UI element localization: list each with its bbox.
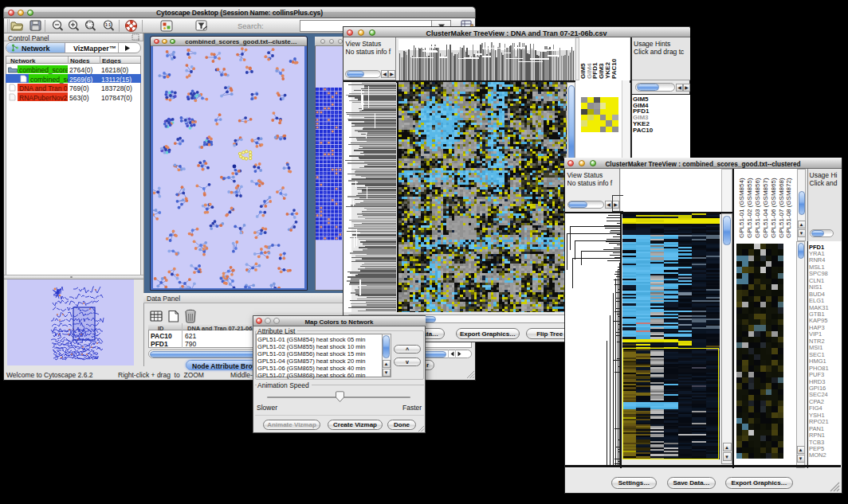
svg-text:1:1: 1:1 [105,22,111,27]
